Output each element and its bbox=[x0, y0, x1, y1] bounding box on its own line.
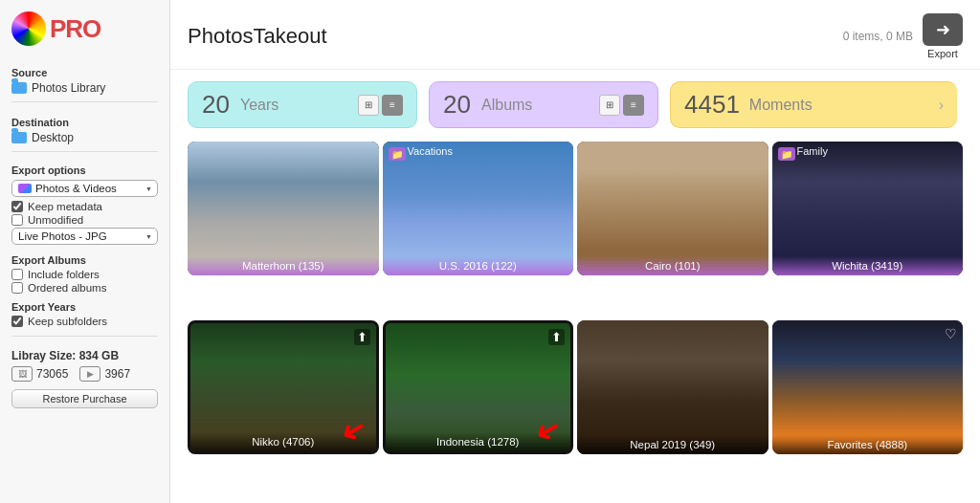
photo-indonesia[interactable]: ⬆ Indonesia (1278) ➜ bbox=[383, 320, 574, 454]
albums-list-view[interactable]: ≡ bbox=[623, 95, 644, 116]
us2016-bg bbox=[383, 142, 574, 275]
family-folder-icon bbox=[778, 147, 795, 161]
export-type-dropdown[interactable]: Photos & Videos bbox=[11, 180, 158, 197]
sidebar: PRO Source Photos Library Destination De… bbox=[0, 0, 170, 503]
photo-favorites[interactable]: ♡ Favorites (4888) bbox=[772, 320, 964, 454]
category-moments[interactable]: 4451 Moments › bbox=[670, 81, 957, 128]
keep-subfolders-row: Keep subfolders bbox=[11, 316, 158, 327]
nikko-share-icon: ⬆ bbox=[354, 329, 370, 345]
live-photos-value: Live Photos - JPG bbox=[18, 230, 107, 242]
photo-count: 73065 bbox=[36, 367, 68, 381]
destination-value: Desktop bbox=[32, 131, 74, 144]
ordered-albums-row: Ordered albums bbox=[11, 282, 158, 294]
matterhorn-bg bbox=[188, 142, 379, 275]
export-type-value: Photos & Videos bbox=[35, 183, 117, 194]
export-type-icon bbox=[18, 184, 32, 193]
wichita-bg bbox=[772, 142, 964, 275]
export-options-label: Export options bbox=[11, 164, 158, 176]
logo-icon bbox=[11, 11, 46, 46]
category-row: 20 Years ⊞ ≡ 20 Albums ⊞ ≡ 4451 Moments … bbox=[170, 70, 980, 138]
albums-count: 20 bbox=[443, 90, 472, 120]
source-item[interactable]: Photos Library bbox=[11, 81, 158, 95]
unmodified-row: Unmodified bbox=[11, 214, 158, 226]
export-years-label: Export Years bbox=[11, 301, 158, 313]
years-list-view[interactable]: ≡ bbox=[382, 95, 403, 116]
divider-2 bbox=[11, 151, 158, 152]
video-icon: ▶ bbox=[79, 366, 100, 382]
cairo-label: Cairo (101) bbox=[577, 256, 768, 275]
unmodified-checkbox[interactable] bbox=[11, 214, 23, 226]
keep-metadata-label: Keep metadata bbox=[28, 201, 102, 212]
years-view-buttons: ⊞ ≡ bbox=[358, 95, 403, 116]
photo-cairo[interactable]: Cairo (101) bbox=[577, 142, 768, 275]
destination-label: Destination bbox=[11, 117, 158, 128]
destination-item[interactable]: Desktop bbox=[11, 131, 158, 144]
export-label: Export bbox=[927, 48, 958, 59]
export-button[interactable]: ➜ bbox=[923, 13, 963, 46]
divider-1 bbox=[11, 101, 158, 102]
years-count: 20 bbox=[202, 90, 231, 120]
export-albums-label: Export Albums bbox=[11, 254, 158, 266]
photo-nepal[interactable]: Nepal 2019 (349) bbox=[577, 320, 768, 454]
photo-icon: 🖼 bbox=[11, 366, 33, 382]
logo-text: PRO bbox=[50, 14, 100, 44]
items-count: 0 items, 0 MB bbox=[843, 30, 913, 43]
media-counts: 🖼 73065 ▶ 3967 bbox=[11, 366, 158, 382]
keep-metadata-checkbox[interactable] bbox=[11, 201, 23, 212]
nepal-label: Nepal 2019 (349) bbox=[577, 435, 768, 454]
source-folder-icon bbox=[11, 82, 27, 94]
favorites-heart-icon: ♡ bbox=[945, 326, 957, 341]
restore-purchase-button[interactable]: Restore Purchase bbox=[11, 389, 158, 408]
favorites-label: Favorites (4888) bbox=[772, 435, 964, 454]
wichita-label: Wichita (3419) bbox=[772, 256, 964, 275]
export-button-wrap: ➜ Export bbox=[923, 13, 963, 59]
keep-metadata-row: Keep metadata bbox=[11, 201, 158, 212]
photo-wichita[interactable]: Family Wichita (3419) bbox=[772, 142, 964, 275]
ordered-albums-checkbox[interactable] bbox=[11, 282, 23, 294]
video-count: 3967 bbox=[104, 367, 130, 381]
years-grid-view[interactable]: ⊞ bbox=[358, 95, 379, 116]
main-header: PhotosTakeout 0 items, 0 MB ➜ Export bbox=[170, 0, 980, 70]
dest-folder-icon bbox=[11, 132, 27, 143]
moments-arrow: › bbox=[939, 97, 944, 114]
moments-count: 4451 bbox=[684, 90, 740, 120]
matterhorn-label: Matterhorn (135) bbox=[188, 256, 379, 275]
keep-subfolders-label: Keep subfolders bbox=[28, 316, 107, 327]
family-text: Family bbox=[797, 145, 828, 157]
albums-view-buttons: ⊞ ≡ bbox=[599, 95, 644, 116]
nepal-bg bbox=[577, 320, 768, 454]
main-content: PhotosTakeout 0 items, 0 MB ➜ Export 20 … bbox=[170, 0, 980, 503]
us2016-label: U.S. 2016 (122) bbox=[383, 256, 574, 275]
include-folders-label: Include folders bbox=[28, 269, 100, 280]
library-size: Libray Size: 834 GB bbox=[11, 349, 158, 362]
vacations-folder-icon bbox=[389, 147, 406, 161]
logo-area: PRO bbox=[11, 11, 158, 46]
header-right: 0 items, 0 MB ➜ Export bbox=[843, 13, 963, 59]
photo-grid: Matterhorn (135) Vacations U.S. 2016 (12… bbox=[170, 138, 980, 503]
video-count-item: ▶ 3967 bbox=[79, 366, 130, 382]
photo-matterhorn[interactable]: Matterhorn (135) bbox=[188, 142, 379, 275]
ordered-albums-label: Ordered albums bbox=[28, 282, 106, 294]
vacations-text: Vacations bbox=[408, 145, 454, 157]
divider-3 bbox=[11, 336, 158, 337]
photo-count-item: 🖼 73065 bbox=[11, 366, 68, 382]
source-value: Photos Library bbox=[32, 81, 105, 95]
albums-grid-view[interactable]: ⊞ bbox=[599, 95, 620, 116]
favorites-bg bbox=[772, 320, 964, 454]
albums-label: Albums bbox=[481, 97, 532, 114]
page-title: PhotosTakeout bbox=[188, 24, 327, 49]
photo-us2016[interactable]: Vacations U.S. 2016 (122) bbox=[383, 142, 574, 275]
include-folders-row: Include folders bbox=[11, 269, 158, 280]
category-years[interactable]: 20 Years ⊞ ≡ bbox=[188, 81, 417, 128]
category-albums[interactable]: 20 Albums ⊞ ≡ bbox=[429, 81, 658, 128]
include-folders-checkbox[interactable] bbox=[11, 269, 23, 280]
live-photos-dropdown[interactable]: Live Photos - JPG bbox=[11, 228, 158, 245]
source-label: Source bbox=[11, 67, 158, 78]
indonesia-share-icon: ⬆ bbox=[548, 329, 565, 345]
photo-nikko[interactable]: ⬆ Nikko (4706) ➜ bbox=[188, 320, 379, 454]
keep-subfolders-checkbox[interactable] bbox=[11, 316, 23, 327]
unmodified-label: Unmodified bbox=[28, 214, 83, 226]
cairo-bg bbox=[577, 142, 768, 275]
moments-label: Moments bbox=[749, 97, 813, 114]
years-label: Years bbox=[240, 97, 278, 114]
